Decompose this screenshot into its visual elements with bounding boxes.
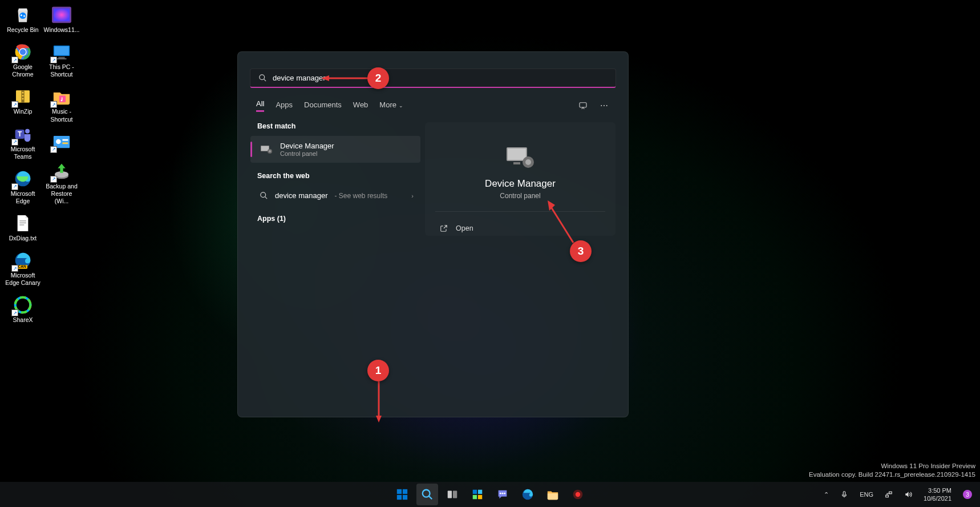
tray-volume[interactable] xyxy=(900,490,917,498)
search-tabs: All Apps Documents Web More ⌄ ⋯ xyxy=(256,99,610,112)
search-preview-pane: Device Manager Control panel Open xyxy=(425,122,615,236)
svg-rect-27 xyxy=(57,58,67,59)
annotation-arrow-2 xyxy=(321,74,369,82)
svg-text:CAN: CAN xyxy=(18,264,26,268)
svg-line-36 xyxy=(264,79,266,81)
desktop-icon-windows11[interactable]: Windows11... xyxy=(43,5,80,34)
svg-line-43 xyxy=(265,196,267,199)
tab-web[interactable]: Web xyxy=(353,100,368,111)
svg-rect-13 xyxy=(19,220,26,221)
more-options-icon[interactable]: ⋯ xyxy=(600,100,610,111)
result-web-search[interactable]: device manager - See web results › xyxy=(250,186,420,206)
search-icon xyxy=(258,74,267,82)
tray-notifications[interactable]: 3 xyxy=(958,490,977,499)
icon-label: Windows11... xyxy=(43,26,79,34)
svg-point-68 xyxy=(500,493,501,494)
icon-label: Google Chrome xyxy=(5,63,41,78)
desktop-icon-edge-canary[interactable]: CAN↗ Microsoft Edge Canary xyxy=(5,250,41,287)
apps-heading: Apps (1) xyxy=(257,215,414,223)
svg-point-11 xyxy=(25,128,30,133)
desktop-icon-microsoft-teams[interactable]: T↗ Microsoft Teams xyxy=(5,124,41,160)
svg-rect-57 xyxy=(397,495,402,500)
annotation-3: 3 xyxy=(570,240,592,262)
tray-overflow[interactable]: ⌃ xyxy=(819,491,833,498)
tray-clock[interactable]: 3:50 PM 10/6/2021 xyxy=(919,486,956,503)
svg-rect-65 xyxy=(473,495,477,499)
svg-rect-46 xyxy=(513,162,520,164)
svg-rect-64 xyxy=(478,490,482,494)
svg-rect-28 xyxy=(59,96,66,102)
svg-rect-66 xyxy=(478,495,482,499)
svg-rect-37 xyxy=(580,103,586,107)
svg-rect-45 xyxy=(508,148,526,160)
result-device-manager[interactable]: Device Manager Control panel xyxy=(250,136,420,163)
divider xyxy=(435,211,605,212)
svg-point-30 xyxy=(56,139,61,144)
device-manager-icon xyxy=(260,144,273,155)
feedback-icon[interactable] xyxy=(578,100,588,111)
svg-rect-6 xyxy=(22,92,24,94)
task-view-button[interactable] xyxy=(442,484,463,505)
start-button[interactable] xyxy=(391,484,413,505)
tray-network[interactable] xyxy=(880,490,897,498)
icon-label: WinZip xyxy=(14,108,33,115)
tab-all[interactable]: All xyxy=(256,99,264,112)
search-button[interactable] xyxy=(416,484,438,505)
action-open[interactable]: Open xyxy=(435,221,478,236)
svg-rect-58 xyxy=(403,495,407,500)
chevron-down-icon: ⌄ xyxy=(399,103,403,108)
tab-more[interactable]: More ⌄ xyxy=(379,100,403,111)
desktop-icon-control-panel[interactable]: ↗ xyxy=(43,131,80,153)
search-box[interactable] xyxy=(250,69,616,88)
desktop-icon-google-chrome[interactable]: ↗ Google Chrome xyxy=(5,42,41,78)
svg-point-3 xyxy=(20,49,26,55)
desktop-icons-col2: Windows11... ↗ This PC - Shortcut ↗ Musi… xyxy=(43,5,80,205)
annotation-arrow-3 xyxy=(545,199,574,244)
svg-point-48 xyxy=(525,159,531,165)
desktop-icons-col1: Recycle Bin ↗ Google Chrome ↗ WinZip T↗ … xyxy=(5,5,41,324)
tab-documents[interactable]: Documents xyxy=(304,100,342,111)
volume-icon xyxy=(904,490,912,498)
svg-marker-50 xyxy=(376,416,382,422)
search-results-left: Best match Device Manager Control panel … xyxy=(250,122,420,236)
svg-rect-15 xyxy=(19,224,24,225)
chat-button[interactable] xyxy=(492,484,513,505)
svg-point-35 xyxy=(260,75,265,80)
icon-label: ShareX xyxy=(13,316,33,324)
icon-label: Recycle Bin xyxy=(7,26,38,34)
search-icon xyxy=(260,191,268,200)
windows-watermark: Windows 11 Pro Insider Preview Evaluatio… xyxy=(809,462,975,480)
tray-language[interactable]: ENG xyxy=(855,491,878,498)
svg-rect-14 xyxy=(19,223,26,223)
widgets-button[interactable] xyxy=(467,484,488,505)
chevron-right-icon: › xyxy=(411,192,414,199)
chevron-up-icon: ⌃ xyxy=(824,491,829,498)
web-heading: Search the web xyxy=(257,172,414,180)
tray-microphone[interactable] xyxy=(836,490,853,498)
svg-line-60 xyxy=(429,496,432,500)
desktop-icon-backup-restore[interactable]: ↗ Backup and Restore (Wi... xyxy=(43,161,80,205)
record-button[interactable] xyxy=(567,484,589,505)
taskbar: ⌃ ENG 3:50 PM 10/6/2021 3 xyxy=(0,482,980,507)
desktop-icon-sharex[interactable]: ↗ ShareX xyxy=(5,295,41,324)
tab-apps[interactable]: Apps xyxy=(276,100,293,111)
edge-button[interactable] xyxy=(517,484,538,505)
icon-label: Backup and Restore (Wi... xyxy=(43,183,80,205)
desktop-icon-music[interactable]: ↗ Music - Shortcut xyxy=(43,86,80,123)
svg-rect-73 xyxy=(843,492,845,496)
web-term: device manager xyxy=(275,191,328,200)
desktop-icon-microsoft-edge[interactable]: ↗ Microsoft Edge xyxy=(5,168,41,205)
desktop-icon-winzip[interactable]: ↗ WinZip xyxy=(5,86,41,115)
svg-marker-52 xyxy=(321,75,329,81)
icon-label: Music - Shortcut xyxy=(43,108,80,123)
result-sub: Control panel xyxy=(280,150,334,157)
desktop-icon-dxdiag[interactable]: DxDiag.txt xyxy=(5,213,41,242)
svg-rect-61 xyxy=(448,491,452,498)
desktop-icon-recycle-bin[interactable]: Recycle Bin xyxy=(5,5,41,34)
notification-badge: 3 xyxy=(963,490,972,499)
icon-label: Microsoft Edge xyxy=(5,190,41,205)
file-explorer-button[interactable] xyxy=(542,484,564,505)
svg-rect-74 xyxy=(886,495,889,497)
svg-point-59 xyxy=(423,490,430,497)
desktop-icon-this-pc[interactable]: ↗ This PC - Shortcut xyxy=(43,42,80,78)
